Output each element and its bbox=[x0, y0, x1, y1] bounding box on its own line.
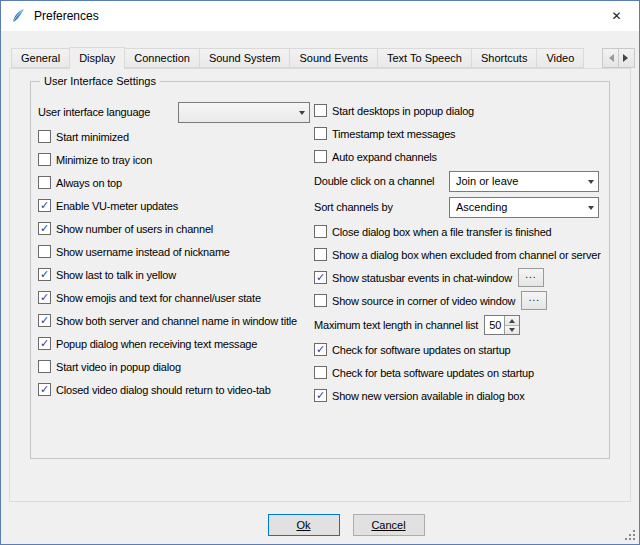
spin-down-button[interactable] bbox=[505, 325, 519, 334]
dialog-footer: Ok Cancel bbox=[9, 514, 631, 536]
user-interface-settings-group: User Interface Settings User interface l… bbox=[30, 81, 610, 459]
language-label: User interface language bbox=[38, 106, 150, 118]
checkbox[interactable]: ✓ bbox=[38, 383, 51, 396]
checkbox-row-timestamp-text-messages[interactable]: Timestamp text messages bbox=[314, 122, 603, 145]
checkbox-row-start-minimized[interactable]: Start minimized bbox=[38, 125, 314, 148]
checkbox-row-show-a-dialog-box-when-excluded-from-channel-or-server[interactable]: Show a dialog box when excluded from cha… bbox=[314, 243, 603, 266]
checkbox[interactable] bbox=[314, 104, 327, 117]
checkbox-row-always-on-top[interactable]: Always on top bbox=[38, 171, 314, 194]
selected-value: Join or leave bbox=[456, 175, 583, 187]
titlebar: Preferences ✕ bbox=[1, 1, 639, 31]
ok-button[interactable]: Ok bbox=[268, 514, 340, 536]
checkbox[interactable]: ✓ bbox=[314, 343, 327, 356]
window-title: Preferences bbox=[34, 9, 99, 23]
checkbox[interactable] bbox=[38, 360, 51, 373]
tab-scroll-control bbox=[603, 48, 635, 68]
maximum-text-length-in-channel-list-spinner[interactable]: 50 bbox=[484, 315, 520, 335]
tab-connection[interactable]: Connection bbox=[124, 48, 200, 68]
checkbox[interactable] bbox=[314, 225, 327, 238]
checkbox-row-enable-vu-meter-updates[interactable]: ✓Enable VU-meter updates bbox=[38, 194, 314, 217]
checkbox-label: Show username instead of nickname bbox=[56, 246, 230, 258]
checkbox[interactable] bbox=[314, 248, 327, 261]
group-title: User Interface Settings bbox=[40, 75, 160, 87]
more-options-button[interactable]: ... bbox=[521, 291, 547, 310]
chevron-down-icon bbox=[588, 180, 594, 187]
checkbox-row-show-username-instead-of-nickname[interactable]: Show username instead of nickname bbox=[38, 240, 314, 263]
checkbox-row-show-emojis-and-text-for-channel-user-state[interactable]: ✓Show emojis and text for channel/user s… bbox=[38, 286, 314, 309]
checkbox[interactable]: ✓ bbox=[38, 222, 51, 235]
checkbox-row-auto-expand-channels[interactable]: Auto expand channels bbox=[314, 145, 603, 168]
display-tab-panel: User Interface Settings User interface l… bbox=[9, 68, 631, 502]
tab-scroll-left-button[interactable] bbox=[602, 48, 619, 68]
checkbox-row-popup-dialog-when-receiving-text-message[interactable]: ✓Popup dialog when receiving text messag… bbox=[38, 332, 314, 355]
checkbox-label: Popup dialog when receiving text message bbox=[56, 338, 257, 350]
tab-sound-system[interactable]: Sound System bbox=[199, 48, 291, 68]
tab-display[interactable]: Display bbox=[69, 47, 125, 69]
double-click-on-a-channel-select[interactable]: Join or leave bbox=[449, 171, 599, 192]
checkbox[interactable] bbox=[314, 294, 327, 307]
checkbox-row-show-both-server-and-channel-name-in-window-title[interactable]: ✓Show both server and channel name in wi… bbox=[38, 309, 314, 332]
checkbox[interactable]: ✓ bbox=[38, 268, 51, 281]
checkbox[interactable] bbox=[314, 150, 327, 163]
checkbox[interactable]: ✓ bbox=[38, 314, 51, 327]
checkbox-row-show-new-version-available-in-dialog-box[interactable]: ✓Show new version available in dialog bo… bbox=[314, 384, 603, 407]
checkbox[interactable]: ✓ bbox=[38, 291, 51, 304]
tab-video[interactable]: Video bbox=[536, 48, 584, 68]
checkbox-label: Show source in corner of video window bbox=[332, 295, 515, 307]
checkbox-row-check-for-software-updates-on-startup[interactable]: ✓Check for software updates on startup bbox=[314, 338, 603, 361]
tab-scroll-right-button[interactable] bbox=[618, 48, 635, 68]
checkbox-label: Show emojis and text for channel/user st… bbox=[56, 292, 261, 304]
checkbox-label: Show a dialog box when excluded from cha… bbox=[332, 249, 601, 261]
resize-grip[interactable] bbox=[623, 528, 635, 540]
checkbox-row-minimize-to-tray-icon[interactable]: Minimize to tray icon bbox=[38, 148, 314, 171]
setting-row-maximum-text-length-in-channel-list: Maximum text length in channel list50 bbox=[314, 312, 603, 338]
checkbox-row-start-desktops-in-popup-dialog[interactable]: Start desktops in popup dialog bbox=[314, 99, 603, 122]
ok-button-label: Ok bbox=[296, 519, 310, 531]
checkbox-row-show-number-of-users-in-channel[interactable]: ✓Show number of users in channel bbox=[38, 217, 314, 240]
checkbox-label: Close dialog box when a file transfer is… bbox=[332, 226, 552, 238]
checkbox-row-show-statusbar-events-in-chat-window[interactable]: ✓Show statusbar events in chat-window... bbox=[314, 266, 603, 289]
checkbox-label: Show statusbar events in chat-window bbox=[332, 272, 512, 284]
checkbox[interactable] bbox=[38, 153, 51, 166]
checkbox-label: Start desktops in popup dialog bbox=[332, 105, 474, 117]
checkbox-row-check-for-beta-software-updates-on-startup[interactable]: Check for beta software updates on start… bbox=[314, 361, 603, 384]
tab-general[interactable]: General bbox=[11, 48, 70, 68]
setting-label: Double click on a channel bbox=[314, 175, 434, 187]
tab-text-to-speech[interactable]: Text To Speech bbox=[377, 48, 472, 68]
spin-up-button[interactable] bbox=[505, 316, 519, 325]
left-arrow-icon bbox=[605, 54, 614, 62]
right-column: Start desktops in popup dialogTimestamp … bbox=[314, 99, 603, 407]
language-select[interactable] bbox=[178, 102, 310, 123]
checkbox-row-closed-video-dialog-should-return-to-video-tab[interactable]: ✓Closed video dialog should return to vi… bbox=[38, 378, 314, 401]
cancel-button-label: Cancel bbox=[371, 519, 405, 531]
checkbox[interactable] bbox=[38, 245, 51, 258]
checkbox-row-start-video-in-popup-dialog[interactable]: Start video in popup dialog bbox=[38, 355, 314, 378]
checkbox-label: Check for software updates on startup bbox=[332, 344, 510, 356]
checkbox-label: Show last to talk in yellow bbox=[56, 269, 176, 281]
checkbox[interactable]: ✓ bbox=[38, 199, 51, 212]
checkbox[interactable]: ✓ bbox=[314, 271, 327, 284]
tab-sound-events[interactable]: Sound Events bbox=[289, 48, 378, 68]
checkbox-row-show-last-to-talk-in-yellow[interactable]: ✓Show last to talk in yellow bbox=[38, 263, 314, 286]
more-options-button[interactable]: ... bbox=[518, 268, 544, 287]
setting-label: Sort channels by bbox=[314, 201, 393, 213]
setting-row-sort-channels-by: Sort channels byAscending bbox=[314, 194, 603, 220]
cancel-button[interactable]: Cancel bbox=[353, 514, 425, 536]
tab-shortcuts[interactable]: Shortcuts bbox=[471, 48, 537, 68]
selected-value: Ascending bbox=[456, 201, 583, 213]
checkbox[interactable] bbox=[314, 366, 327, 379]
sort-channels-by-select[interactable]: Ascending bbox=[449, 197, 599, 218]
checkbox-row-close-dialog-box-when-a-file-transfer-is-finished[interactable]: Close dialog box when a file transfer is… bbox=[314, 220, 603, 243]
checkbox-row-show-source-in-corner-of-video-window[interactable]: Show source in corner of video window... bbox=[314, 289, 603, 312]
checkbox[interactable] bbox=[38, 130, 51, 143]
close-button[interactable]: ✕ bbox=[594, 1, 639, 31]
checkbox[interactable]: ✓ bbox=[314, 389, 327, 402]
setting-row-double-click-on-a-channel: Double click on a channelJoin or leave bbox=[314, 168, 603, 194]
left-column: User interface language Start minimizedM… bbox=[38, 99, 314, 407]
preferences-dialog: Preferences ✕ GeneralDisplayConnectionSo… bbox=[0, 0, 640, 545]
checkbox[interactable] bbox=[38, 176, 51, 189]
setting-label: Maximum text length in channel list bbox=[314, 319, 478, 331]
settings-columns: User interface language Start minimizedM… bbox=[31, 82, 609, 407]
checkbox[interactable] bbox=[314, 127, 327, 140]
checkbox[interactable]: ✓ bbox=[38, 337, 51, 350]
